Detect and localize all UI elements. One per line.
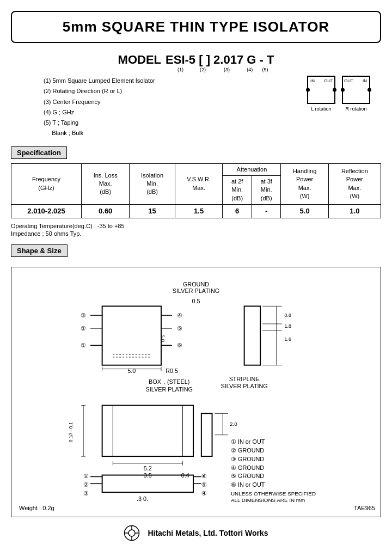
operating-temp: Operating Temperature(deg.C) : -35 to +8… [11,223,381,229]
val-vswr: 1.5 [175,205,223,218]
val-freq: 2.010-2.025 [11,205,82,218]
sv-dim-3: 1.6 [285,337,291,342]
model-num-1: (1) [177,67,183,72]
lpin-6: ④ [201,490,207,497]
l-rotation-square: IN OUT [307,76,335,104]
tae-ref: TAE965 [354,505,375,511]
lpin-5: ⑤ [201,481,207,488]
stripline-label: STRIPLINE [229,376,260,382]
r-out-label: OUT [344,78,353,83]
shape-size-section: Shape & Size GROUND SILVER PLATING 0.5 ③… [11,244,381,517]
dim-r05: R0.5 [166,368,178,375]
rotation-diagrams: IN OUT L rotation OUT IN R rotation [307,76,370,112]
ground-label: GROUND [183,281,209,287]
company-logo-icon [124,525,140,541]
model-part-1: ESI-5 [166,53,195,67]
lpin-2: ② [83,481,89,488]
model-desc-4: (4) G ; GHz [44,107,307,118]
model-label: MODEL [118,53,161,67]
dim-20: 2.0 [230,421,237,427]
dim-50-vert: 5.0 [160,335,166,342]
pin-3-label: ③ [81,312,86,319]
pin-6-label: ⑥ [177,342,182,348]
model-part-3: 2.017 [210,53,243,67]
side-small-box [201,414,212,457]
silver-plating-label-top: SILVER PLATING [173,287,219,294]
pin-desc-5: ⑤ GROUND [231,473,264,480]
specification-table: Frequency(GHz) Ins. LossMax.(dB) Isolati… [11,163,381,219]
silver-plating-stripline: SILVER PLATING [221,383,268,389]
r-in-label: IN [363,78,367,83]
col-iso: IsolationMin.(dB) [130,163,175,205]
title-box: 5mm SQUARE THIN TYPE ISOLATOR [11,11,381,43]
pin-desc-2: ② GROUND [231,447,264,454]
shape-size-box: GROUND SILVER PLATING 0.5 ③ ② ① ④ ⑤ ⑥ 5.… [11,267,381,517]
lpin-1: ① [83,473,89,480]
specification-header: Specification [11,146,67,159]
note-1: UNLESS OTHERWISE SPECIFIED [231,491,316,497]
model-num-2: (2) [200,67,206,72]
model-part-5: - T [256,53,274,67]
model-desc-5: (5) T ; Taping [44,118,307,128]
col-vswr: V.S.W.R.Max. [175,163,223,205]
shape-diagram-svg: GROUND SILVER PLATING 0.5 ③ ② ① ④ ⑤ ⑥ 5.… [19,275,373,504]
r-rotation-square: OUT IN [342,76,370,104]
col-ins: Ins. LossMax.(dB) [82,163,130,205]
note-2: ALL DIMENSIONS ARE IN mm [231,497,305,503]
model-section: MODEL ESI-5 (1) [ ] (2) 2.017 (3) G (4) [11,53,381,139]
col-reflection: ReflectionPowerMax.(W) [328,163,381,205]
l-in-label: IN [310,78,315,83]
l-dot-out [333,88,336,92]
l-rotation-label: L rotation [311,106,331,112]
l-dot-in [306,88,310,92]
col-att-header: Attenuation [223,163,281,175]
lpin-3: ③ [83,490,89,497]
r-dot-in [367,88,371,92]
model-num-4: (4) [247,67,253,72]
silver-plating-box: SILVER PLATING [146,386,193,393]
dim-30: .3 0. [137,495,148,502]
val-att-2f: 6 [223,205,252,218]
pin-2-label: ② [81,325,86,332]
dim-05-label: 0.5 [192,298,200,305]
dim-52: 5.2 [144,465,152,472]
col-handling: HandlingPowerMax.(W) [281,163,328,205]
svg-point-1 [128,530,135,536]
model-part-4: G [243,53,256,67]
l-out-label: OUT [324,78,333,83]
page-title: 5mm SQUARE THIN TYPE ISOLATOR [23,19,369,35]
impedance: Impedance ; 50 ohms Typ. [11,230,381,237]
r-dot-out [341,88,345,92]
pin-desc-1: ① IN or OUT [231,439,265,445]
footer: Hitachi Metals, Ltd. Tottori Works [11,525,381,541]
r-rotation-label: R rotation [345,106,366,112]
sv-dim-2: 1.8 [285,323,291,329]
model-part-2: [ ] [195,53,210,67]
col-att-2f: at 2fMin.(dB) [223,175,252,204]
pin-1-label: ① [81,342,86,348]
model-desc-3: (3) Center Frequency [44,97,307,107]
model-descriptions: (1) 5mm Square Lumped Element Isolator (… [11,76,307,139]
col-att-3f: at 3fMin.(dB) [252,175,280,204]
val-handling: 5.0 [281,205,328,218]
r-rotation-box: OUT IN R rotation [342,76,370,112]
model-desc-2: (2) Rotating Direction (R or L) [44,86,307,96]
col-freq: Frequency(GHz) [11,163,82,205]
pin-desc-3: ③ GROUND [231,456,264,462]
bottom-box [102,406,193,457]
box-steel-label: BOX，(STEEL) [149,378,189,385]
lpin-4: ⑥ [201,473,207,480]
pin-4-label: ④ [177,312,182,319]
pin-desc-6: ⑥ IN or OUT [231,481,265,488]
val-ins: 0.60 [82,205,130,218]
shape-size-header: Shape & Size [11,244,68,257]
model-desc-6: Blank ; Bulk [44,128,307,138]
weight-label: Weight : 0.2g [19,505,54,511]
main-square-top [102,307,161,365]
model-desc-1: (1) 5mm Square Lumped Element Isolator [44,76,307,86]
l-rotation-box: IN OUT L rotation [307,76,335,112]
dim-01-vert: 0.1// - 0.1 [68,422,74,443]
model-num-3: (3) [224,67,230,72]
val-reflection: 1.0 [328,205,381,218]
pin-desc-4: ④ GROUND [231,464,264,471]
